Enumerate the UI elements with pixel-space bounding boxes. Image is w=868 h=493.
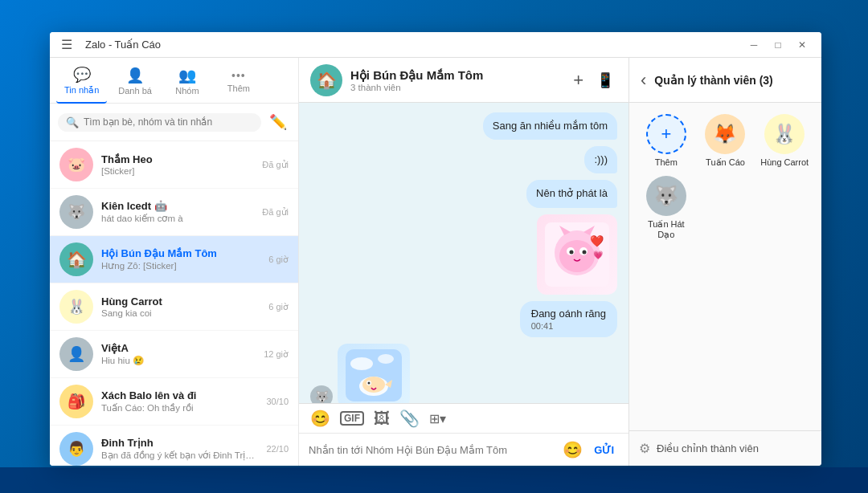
desktop: ☰ Zalo - Tuấn Cáo ─ □ ✕ 💬 Tin nhắn: [0, 0, 868, 493]
sidebar: 💬 Tin nhắn 👤 Danh bá 👥 Nhóm ••• Thêm: [50, 58, 299, 466]
chat-time: Đã gửi: [262, 207, 289, 218]
right-panel-header: ‹ Quản lý thành viên (3): [629, 58, 821, 103]
chat-info: Xách Balo lên và đi Tuấn Cáo: Oh thầy rồ…: [101, 389, 258, 414]
add-member-item[interactable]: + Thêm: [641, 114, 692, 168]
add-member-button[interactable]: +: [570, 67, 587, 94]
chat-preview: hát dao kiếm cơm à: [101, 213, 254, 224]
gif-button[interactable]: GIF: [340, 411, 364, 426]
tab-danh-ba[interactable]: 👤 Danh bá: [110, 63, 160, 102]
chat-preview: Hưng Zô: [Sticker]: [101, 260, 260, 271]
chat-header-avatar: 🏠: [310, 64, 342, 96]
add-member-name: Thêm: [655, 157, 678, 167]
sender-avatar: 🐺: [310, 385, 333, 403]
chat-member-count: 3 thành viên: [350, 83, 562, 92]
chat-name: Xách Balo lên và đi: [101, 389, 258, 401]
chat-header-name: Hội Bún Đậu Mắm Tôm: [350, 68, 562, 83]
member-item[interactable]: 🐰 Hùng Carrot: [759, 114, 810, 168]
list-item[interactable]: 👤 ViệtA Hiu hiu 😢 12 giờ: [50, 331, 298, 378]
list-item[interactable]: 🐰 Hùng Carrot Sang kia coi 6 giờ: [50, 283, 298, 331]
main-layout: 💬 Tin nhắn 👤 Danh bá 👥 Nhóm ••• Thêm: [50, 58, 821, 466]
more-toolbar-button[interactable]: ⊞▾: [429, 411, 446, 426]
chat-header-actions: + 📱: [570, 67, 617, 94]
chat-time: 12 giờ: [264, 349, 289, 360]
adjust-members-button[interactable]: ⚙ Điều chỉnh thành viên: [629, 430, 821, 466]
chat-list: 🐷 Thắm Heo [Sticker] Đã gửi 🐺 Ki: [50, 141, 298, 466]
chat-info: Thắm Heo [Sticker]: [101, 153, 254, 176]
avatar: 👤: [59, 337, 93, 371]
chat-meta: Đã gửi: [262, 160, 289, 170]
avatar: 🏠: [59, 242, 93, 276]
chat-time: 22/10: [266, 444, 289, 454]
phone-icon[interactable]: 📱: [593, 68, 617, 92]
svg-text:❤️: ❤️: [590, 234, 604, 248]
emoji-input-button[interactable]: 😊: [563, 440, 583, 459]
tab-nhom-icon: 👥: [178, 67, 196, 84]
emoji-toolbar-button[interactable]: 😊: [310, 409, 330, 428]
tab-tin-nhan[interactable]: 💬 Tin nhắn: [56, 63, 107, 104]
list-item-active[interactable]: 🏠 Hội Bún Đậu Mắm Tôm Hưng Zô: [Sticker]…: [50, 236, 298, 283]
chat-name: Thắm Heo: [101, 153, 254, 165]
compose-icon[interactable]: ✏️: [266, 110, 290, 134]
member-avatar: 🐰: [764, 114, 805, 154]
member-avatar: 🐺: [646, 176, 686, 216]
minimize-button[interactable]: ─: [743, 37, 765, 53]
attach-button[interactable]: 📎: [399, 409, 420, 428]
message-row: 🐺: [310, 344, 617, 403]
message-row: Sang ăn nhiều mắm tôm: [310, 112, 617, 140]
title-bar-left: ☰ Zalo - Tuấn Cáo: [58, 34, 743, 55]
svg-point-18: [368, 382, 371, 385]
window-title: Zalo - Tuấn Cáo: [85, 39, 161, 51]
window-controls: ─ □ ✕: [743, 37, 813, 53]
search-input-wrap: 🔍: [58, 113, 261, 132]
tab-them-label: Thêm: [227, 84, 250, 93]
tab-danh-ba-icon: 👤: [126, 67, 144, 84]
list-item[interactable]: 🐺 Kiên Icedt 🤖 hát dao kiếm cơm à Đã gửi: [50, 189, 298, 236]
chat-name: Đinh Trịnh: [101, 437, 258, 449]
tab-nhom-label: Nhóm: [175, 86, 199, 96]
message-row: Đang oánh răng 00:41: [310, 301, 617, 337]
avatar: 🐺: [59, 195, 93, 229]
tab-them[interactable]: ••• Thêm: [215, 66, 263, 100]
hamburger-icon[interactable]: ☰: [58, 34, 76, 55]
panel-title: Quản lý thành viên (3): [654, 74, 810, 87]
image-button[interactable]: 🖼: [374, 409, 390, 428]
chat-info: Kiên Icedt 🤖 hát dao kiếm cơm à: [101, 200, 254, 224]
member-item[interactable]: 🐺 Tuấn Hát Dạo: [641, 176, 692, 240]
list-item[interactable]: 👨 Đinh Trịnh Bạn đã đồng ý kết bạn với Đ…: [50, 426, 298, 466]
member-item[interactable]: 🦊 Tuấn Cáo: [700, 114, 751, 168]
audio-text: Đang oánh răng: [531, 308, 606, 320]
search-input[interactable]: [84, 116, 253, 128]
message-row: :))): [310, 146, 617, 173]
chat-info: Hội Bún Đậu Mắm Tôm Hưng Zô: [Sticker]: [101, 247, 260, 271]
tab-danh-ba-label: Danh bá: [118, 86, 152, 96]
tab-them-icon: •••: [231, 69, 246, 82]
maximize-button[interactable]: □: [767, 37, 789, 53]
chat-info: Hùng Carrot Sang kia coi: [101, 295, 260, 318]
chat-preview: Hiu hiu 😢: [101, 355, 256, 366]
chat-meta: 30/10: [266, 397, 289, 406]
close-button[interactable]: ✕: [791, 37, 813, 53]
chat-time: 30/10: [266, 397, 289, 406]
message-input[interactable]: [309, 444, 556, 456]
send-button[interactable]: GỬI: [589, 442, 619, 458]
svg-point-14: [378, 354, 394, 364]
messages-area: Sang ăn nhiều mắm tôm :))) Nên thở phát …: [299, 103, 628, 403]
settings-icon: ⚙: [639, 441, 650, 456]
audio-bubble: Đang oánh răng 00:41: [520, 301, 617, 337]
list-item[interactable]: 🎒 Xách Balo lên và đi Tuấn Cáo: Oh thầy …: [50, 378, 298, 426]
message-row: ❤️ 💗: [310, 214, 617, 295]
chat-info: Đinh Trịnh Bạn đã đồng ý kết bạn với Đin…: [101, 437, 258, 461]
member-name: Tuấn Cáo: [706, 157, 745, 168]
chat-meta: 6 giờ: [268, 302, 289, 312]
tab-nhom[interactable]: 👥 Nhóm: [163, 63, 211, 102]
svg-point-5: [570, 250, 574, 254]
chat-area: 🏠 Hội Bún Đậu Mắm Tôm 3 thành viên + 📱 S…: [299, 58, 628, 466]
chat-name: Hùng Carrot: [101, 295, 260, 308]
svg-point-13: [350, 357, 373, 370]
search-bar: 🔍 ✏️: [50, 104, 298, 141]
tab-tin-nhan-icon: 💬: [73, 66, 91, 84]
chat-time: Đã gửi: [262, 160, 289, 170]
back-button[interactable]: ‹: [641, 70, 646, 91]
list-item[interactable]: 🐷 Thắm Heo [Sticker] Đã gửi: [50, 141, 298, 189]
chat-name: ViệtA: [101, 342, 256, 354]
